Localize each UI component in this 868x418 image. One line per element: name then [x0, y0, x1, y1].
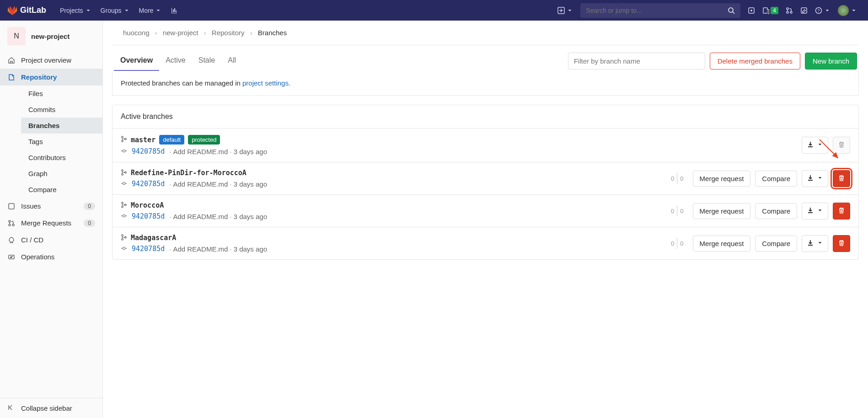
user-avatar: [838, 5, 849, 16]
branch-name[interactable]: MoroccoA: [131, 201, 164, 209]
tab-all[interactable]: All: [221, 51, 242, 71]
nav-user-menu[interactable]: [834, 1, 861, 20]
commit-time: 3 days ago: [234, 180, 267, 188]
sidebar-sub-commits[interactable]: Commits: [21, 102, 102, 118]
commit-icon: [121, 148, 127, 155]
nav-projects[interactable]: Projects: [55, 2, 96, 19]
sidebar-item-merge-requests[interactable]: Merge Requests 0: [0, 214, 102, 231]
sidebar-item-label: CI / CD: [21, 236, 43, 244]
svg-point-16: [122, 136, 123, 138]
panel-title: Active branches: [113, 105, 858, 129]
compare-button[interactable]: Compare: [755, 236, 797, 252]
sidebar-item-operations[interactable]: Operations: [0, 248, 102, 265]
project-name: new-project: [31, 32, 70, 40]
crumb-project[interactable]: new-project: [163, 29, 198, 37]
chevron-down-icon: [123, 7, 130, 14]
trash-icon: [838, 209, 845, 215]
nav-review[interactable]: [797, 3, 811, 18]
svg-text:?: ?: [817, 8, 820, 13]
search-input[interactable]: [586, 7, 728, 14]
nav-more[interactable]: More: [134, 2, 166, 19]
tabs: Overview Active Stale All: [114, 51, 242, 71]
search-icon: [728, 7, 735, 14]
delete-merged-button[interactable]: Delete merged branches: [710, 53, 800, 70]
sidebar-sub-contributors[interactable]: Contributors: [21, 150, 102, 166]
breadcrumb: huocong › new-project › Repository › Bra…: [112, 21, 859, 45]
nav-todos[interactable]: 4: [759, 3, 782, 18]
badge-default: default: [159, 135, 184, 145]
branch-actions: [802, 137, 850, 154]
new-branch-button[interactable]: New branch: [805, 53, 857, 70]
project-settings-link[interactable]: project settings: [242, 79, 289, 87]
commit-sha[interactable]: 9420785d: [132, 245, 165, 253]
sidebar-item-repository[interactable]: Repository: [0, 69, 102, 86]
sidebar-project-header[interactable]: N new-project: [0, 21, 102, 52]
download-icon: [807, 239, 814, 248]
branch-icon: [121, 202, 127, 209]
filter-branch-input[interactable]: [568, 53, 705, 70]
commit-message[interactable]: Add README.md: [173, 180, 228, 188]
compare-button[interactable]: Compare: [755, 203, 797, 219]
nav-activity[interactable]: [166, 2, 182, 19]
merge-request-icon: [8, 220, 15, 227]
brand[interactable]: GitLab: [7, 5, 46, 16]
commit-icon: [121, 180, 127, 188]
sidebar-sub-files[interactable]: Files: [21, 86, 102, 102]
commit-sha[interactable]: 9420785d: [132, 212, 165, 220]
sidebar-sub-tags[interactable]: Tags: [21, 134, 102, 150]
delete-branch-button[interactable]: [833, 235, 850, 252]
nav-help[interactable]: ?: [811, 3, 834, 18]
edit-square-icon: [800, 7, 808, 14]
crumb-user[interactable]: huocong: [123, 29, 150, 37]
branch-icon: [121, 169, 127, 177]
commit-message[interactable]: Add README.md: [173, 213, 228, 220]
tab-overview[interactable]: Overview: [114, 51, 159, 71]
svg-point-27: [123, 214, 125, 217]
sidebar-sub-compare[interactable]: Compare: [21, 182, 102, 198]
trash-icon: [838, 241, 845, 248]
doc-icon: [8, 74, 15, 81]
sidebar-item-overview[interactable]: Project overview: [0, 52, 102, 69]
issues-icon: [8, 203, 15, 210]
svg-point-5: [787, 8, 788, 10]
commit-message[interactable]: Add README.md: [173, 148, 228, 155]
nav-groups[interactable]: Groups: [96, 2, 134, 19]
chevron-down-icon: [567, 7, 573, 14]
svg-point-18: [125, 138, 127, 140]
delete-branch-button[interactable]: [833, 203, 850, 220]
svg-point-30: [125, 236, 127, 238]
branch-name[interactable]: master: [131, 136, 155, 144]
branch-name[interactable]: MadagascarA: [131, 234, 176, 242]
crumb-repository[interactable]: Repository: [212, 29, 245, 37]
commit-sha[interactable]: 9420785d: [132, 180, 165, 188]
svg-point-21: [122, 173, 123, 175]
svg-point-24: [122, 202, 123, 204]
nav-mr-shortcut[interactable]: [782, 3, 797, 18]
sidebar-item-cicd[interactable]: CI / CD: [0, 231, 102, 248]
nav-issues-shortcut[interactable]: [744, 3, 759, 18]
tab-stale[interactable]: Stale: [192, 51, 221, 71]
svg-point-17: [122, 140, 123, 142]
compare-button[interactable]: Compare: [755, 171, 797, 187]
svg-point-23: [123, 182, 125, 184]
merge-request-button[interactable]: Merge request: [693, 171, 751, 187]
sidebar-item-issues[interactable]: Issues 0: [0, 198, 102, 214]
nav-plus[interactable]: [554, 3, 577, 18]
download-button[interactable]: [802, 137, 828, 154]
download-button[interactable]: [802, 203, 828, 220]
delete-branch-button[interactable]: [833, 170, 850, 187]
search-box[interactable]: [580, 3, 740, 18]
commit-sha[interactable]: 9420785d: [132, 147, 165, 155]
sidebar-sub-branches[interactable]: Branches: [21, 118, 102, 134]
sidebar-sub-graph[interactable]: Graph: [21, 166, 102, 182]
sidebar-collapse[interactable]: Collapse sidebar: [0, 398, 102, 418]
download-button[interactable]: [802, 170, 828, 187]
commit-message[interactable]: Add README.md: [173, 245, 228, 253]
badge-protected: protected: [188, 135, 220, 145]
svg-point-14: [12, 224, 14, 226]
download-button[interactable]: [802, 235, 828, 252]
tab-active[interactable]: Active: [159, 51, 192, 71]
merge-request-button[interactable]: Merge request: [693, 203, 751, 219]
merge-request-button[interactable]: Merge request: [693, 236, 751, 252]
branch-name[interactable]: Redefine-PinDir-for-MoroccoA: [131, 169, 246, 177]
